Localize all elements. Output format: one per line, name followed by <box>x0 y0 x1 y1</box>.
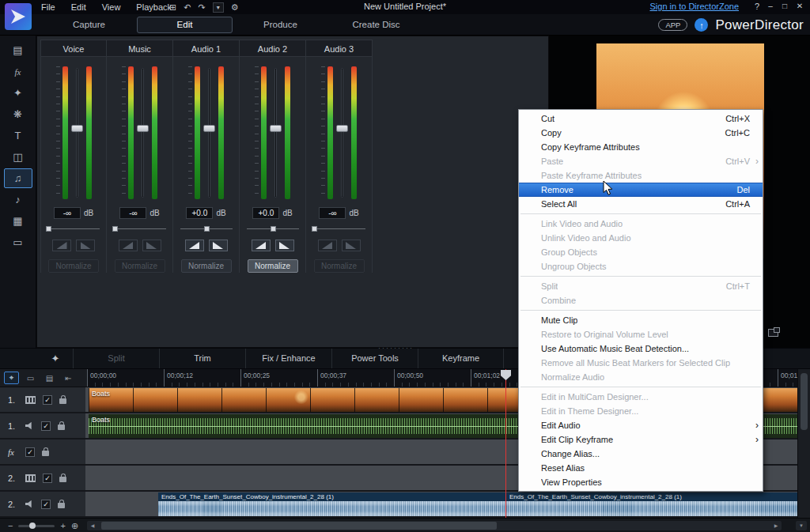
settings-gear-icon[interactable]: ⚙ <box>231 1 239 13</box>
help-button[interactable]: ? <box>755 2 759 11</box>
undo-icon[interactable]: ↶ <box>184 1 191 13</box>
sidebar-item-subtitle-room[interactable]: ▭ <box>4 232 32 252</box>
zoom-fit-icon[interactable]: ⊕ <box>71 521 78 531</box>
track-lock-icon[interactable] <box>59 477 66 482</box>
track-lock-icon[interactable] <box>59 398 66 404</box>
zoom-slider-handle[interactable] <box>29 523 36 529</box>
menu-item-use-automatic-music-beat-detection[interactable]: Use Automatic Music Beat Detection... <box>519 341 763 356</box>
music-clip-1[interactable]: Ends_Of_The_Earth_Sunset_Cowboy_instrume… <box>158 492 506 516</box>
fade-in-button[interactable] <box>185 240 204 251</box>
menu-file[interactable]: File <box>41 2 55 12</box>
volume-slider[interactable] <box>136 66 150 199</box>
toolbar-split[interactable]: Split <box>73 349 159 368</box>
fade-out-button[interactable] <box>142 240 161 251</box>
scroll-left-icon[interactable]: ◀ <box>87 521 98 530</box>
normalize-button[interactable]: Normalize <box>48 259 99 273</box>
fade-in-button[interactable] <box>252 240 271 251</box>
track-enable-checkbox[interactable]: ✓ <box>25 447 35 457</box>
tab-edit[interactable]: Edit <box>137 17 233 33</box>
track-content[interactable]: Ends_Of_The_Earth_Sunset_Cowboy_instrume… <box>85 492 797 517</box>
menu-item-edit-audio[interactable]: Edit Audio› <box>519 418 763 432</box>
sidebar-item-title-room[interactable]: T <box>4 126 32 145</box>
sidebar-item-audio-mixing-room[interactable]: ♫ <box>4 168 32 188</box>
vertical-scrollbar-thumb[interactable] <box>801 373 808 430</box>
volume-slider[interactable] <box>202 66 216 199</box>
menu-item-copy[interactable]: CopyCtrl+C <box>519 126 763 140</box>
scroll-down-icon[interactable]: ▼ <box>796 521 807 530</box>
app-badge[interactable]: APP <box>658 19 687 31</box>
menu-playback[interactable]: Playback <box>136 2 172 12</box>
sidebar-item-particle-room[interactable]: ❋ <box>4 104 32 124</box>
zoom-in-icon[interactable]: + <box>60 521 65 530</box>
toolbar-keyframe[interactable]: Keyframe <box>418 349 504 368</box>
menu-item-change-alias[interactable]: Change Alias... <box>519 447 763 461</box>
menu-edit[interactable]: Edit <box>71 2 86 12</box>
menu-view[interactable]: View <box>102 2 121 12</box>
aspect-ratio-dropdown[interactable]: ▾ <box>213 2 224 13</box>
db-value[interactable]: +0.0 <box>252 207 279 219</box>
gain-slider[interactable] <box>47 225 100 232</box>
volume-slider-handle[interactable] <box>137 125 149 132</box>
gain-slider-handle[interactable] <box>271 226 276 232</box>
gain-slider-handle[interactable] <box>112 226 118 232</box>
db-value[interactable]: -∞ <box>119 207 146 219</box>
horizontal-scrollbar-thumb[interactable] <box>101 522 497 530</box>
volume-slider[interactable] <box>70 66 84 199</box>
volume-slider-handle[interactable] <box>270 125 282 132</box>
fade-out-button[interactable] <box>209 240 228 251</box>
gain-slider[interactable] <box>114 225 166 232</box>
magic-tools-icon[interactable]: ✦ <box>44 349 66 368</box>
track-enable-checkbox[interactable]: ✓ <box>43 395 52 405</box>
sidebar-item-pip-objects-room[interactable]: ✦ <box>4 83 32 103</box>
upload-icon[interactable]: ↑ <box>695 18 708 32</box>
tab-produce[interactable]: Produce <box>233 17 328 33</box>
track-lock-icon[interactable] <box>42 451 49 456</box>
fade-out-button[interactable] <box>76 240 95 251</box>
normalize-button[interactable]: Normalize <box>314 259 365 273</box>
menu-item-mute-clip[interactable]: Mute Clip <box>519 313 763 327</box>
toolbar-trim[interactable]: Trim <box>159 349 245 368</box>
tab-capture[interactable]: Capture <box>41 17 137 33</box>
fade-out-button[interactable] <box>275 240 294 251</box>
panel-resize-handle[interactable]: ········· <box>378 344 414 352</box>
minimize-button[interactable]: – <box>764 2 777 10</box>
sidebar-item-effect-room[interactable]: fx <box>4 62 32 81</box>
menu-item-remove[interactable]: RemoveDel <box>519 183 763 197</box>
gain-slider-handle[interactable] <box>204 226 210 232</box>
volume-slider[interactable] <box>269 66 282 199</box>
signin-link[interactable]: Sign in to DirectorZone <box>650 2 740 11</box>
range-select-tool[interactable]: ▭ <box>23 372 38 384</box>
vertical-scrollbar[interactable] <box>797 369 810 518</box>
db-value[interactable]: +0.0 <box>186 207 213 219</box>
menu-item-view-properties[interactable]: View Properties <box>519 475 763 489</box>
normalize-button[interactable]: Normalize <box>115 259 165 273</box>
sidebar-item-chapter-room[interactable]: ▦ <box>4 211 32 231</box>
menu-item-copy-keyframe-attributes[interactable]: Copy Keyframe Attributes <box>519 140 763 154</box>
music-clip-2[interactable]: Ends_Of_The_Earth_Sunset_Cowboy_instrume… <box>506 492 797 516</box>
track-enable-checkbox[interactable]: ✓ <box>43 474 52 483</box>
zoom-slider[interactable] <box>18 525 55 527</box>
track-manager-tool[interactable]: ▤ <box>42 372 57 384</box>
track-lock-icon[interactable] <box>58 503 65 508</box>
gain-slider[interactable] <box>180 225 233 232</box>
menu-item-select-all[interactable]: Select AllCtrl+A <box>519 197 763 211</box>
scroll-right-icon[interactable]: ▶ <box>770 521 782 530</box>
sidebar-item-media-room[interactable]: ▤ <box>4 40 32 60</box>
fade-in-button[interactable] <box>119 240 138 251</box>
toolbar-fix-enhance[interactable]: Fix / Enhance <box>245 349 331 368</box>
menu-item-edit-clip-keyframe[interactable]: Edit Clip Keyframe› <box>519 432 763 447</box>
track-enable-checkbox[interactable]: ✓ <box>41 421 51 431</box>
menu-item-cut[interactable]: CutCtrl+X <box>519 111 763 126</box>
select-tool[interactable]: ⌖ <box>4 372 19 384</box>
track-lock-icon[interactable] <box>58 424 65 430</box>
detach-preview-icon[interactable] <box>768 329 778 337</box>
redo-icon[interactable]: ↷ <box>198 1 205 13</box>
track-enable-checkbox[interactable]: ✓ <box>41 500 51 509</box>
fade-in-button[interactable] <box>52 240 71 251</box>
close-button[interactable]: ✕ <box>793 2 806 10</box>
volume-slider[interactable] <box>335 66 349 199</box>
sidebar-item-voice-over-room[interactable]: ♪ <box>4 190 32 209</box>
sidebar-item-transition-room[interactable]: ◫ <box>4 147 32 167</box>
gain-slider[interactable] <box>313 225 365 232</box>
tab-create-disc[interactable]: Create Disc <box>328 17 424 33</box>
